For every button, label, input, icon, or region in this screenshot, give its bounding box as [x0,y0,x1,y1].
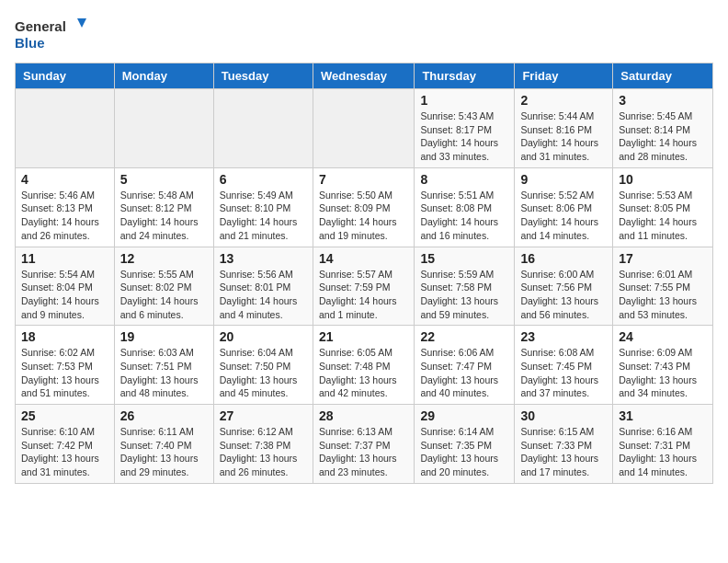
calendar-cell [16,89,115,168]
day-detail: Sunrise: 5:53 AM Sunset: 8:05 PM Dayligh… [619,189,707,243]
calendar-cell: 2Sunrise: 5:44 AM Sunset: 8:16 PM Daylig… [515,89,613,168]
calendar-table: SundayMondayTuesdayWednesdayThursdayFrid… [15,63,713,484]
svg-marker-0 [77,18,86,28]
calendar-cell: 20Sunrise: 6:04 AM Sunset: 7:50 PM Dayli… [213,326,313,405]
day-number: 3 [619,93,707,108]
logo-svg: GeneralBlue [15,15,97,52]
day-number: 4 [21,172,108,187]
calendar-cell: 13Sunrise: 5:56 AM Sunset: 8:01 PM Dayli… [213,247,313,326]
calendar-cell: 9Sunrise: 5:52 AM Sunset: 8:06 PM Daylig… [515,167,613,247]
day-number: 19 [120,329,208,344]
weekday-header-tuesday: Tuesday [213,63,313,89]
weekday-header-wednesday: Wednesday [313,63,414,89]
day-detail: Sunrise: 5:46 AM Sunset: 8:13 PM Dayligh… [21,189,108,243]
day-detail: Sunrise: 6:02 AM Sunset: 7:53 PM Dayligh… [21,346,108,400]
day-detail: Sunrise: 6:12 AM Sunset: 7:38 PM Dayligh… [220,425,307,479]
day-detail: Sunrise: 6:04 AM Sunset: 7:50 PM Dayligh… [220,346,307,400]
day-number: 10 [619,172,707,187]
day-number: 29 [420,408,508,423]
calendar-cell: 30Sunrise: 6:15 AM Sunset: 7:33 PM Dayli… [515,405,613,484]
day-detail: Sunrise: 6:01 AM Sunset: 7:55 PM Dayligh… [619,268,707,322]
day-detail: Sunrise: 6:13 AM Sunset: 7:37 PM Dayligh… [319,425,408,479]
day-number: 22 [420,329,508,344]
svg-text:Blue: Blue [15,35,45,51]
calendar-cell: 26Sunrise: 6:11 AM Sunset: 7:40 PM Dayli… [114,405,213,484]
day-detail: Sunrise: 5:57 AM Sunset: 7:59 PM Dayligh… [319,268,408,322]
calendar-cell: 11Sunrise: 5:54 AM Sunset: 8:04 PM Dayli… [16,247,115,326]
day-detail: Sunrise: 5:51 AM Sunset: 8:08 PM Dayligh… [420,189,508,243]
weekday-header-saturday: Saturday [613,63,713,89]
calendar-cell: 31Sunrise: 6:16 AM Sunset: 7:31 PM Dayli… [613,405,713,484]
day-detail: Sunrise: 5:56 AM Sunset: 8:01 PM Dayligh… [220,268,307,322]
calendar-week-row: 1Sunrise: 5:43 AM Sunset: 8:17 PM Daylig… [16,89,713,168]
day-number: 9 [520,172,607,187]
calendar-cell: 19Sunrise: 6:03 AM Sunset: 7:51 PM Dayli… [114,326,213,405]
calendar-cell: 7Sunrise: 5:50 AM Sunset: 8:09 PM Daylig… [313,167,414,247]
calendar-cell: 5Sunrise: 5:48 AM Sunset: 8:12 PM Daylig… [114,167,213,247]
day-detail: Sunrise: 5:52 AM Sunset: 8:06 PM Dayligh… [520,189,607,243]
calendar-cell: 22Sunrise: 6:06 AM Sunset: 7:47 PM Dayli… [415,326,515,405]
page-header: GeneralBlue [15,15,713,52]
calendar-week-row: 11Sunrise: 5:54 AM Sunset: 8:04 PM Dayli… [16,247,713,326]
day-number: 7 [319,172,408,187]
day-detail: Sunrise: 6:11 AM Sunset: 7:40 PM Dayligh… [120,425,208,479]
day-detail: Sunrise: 6:10 AM Sunset: 7:42 PM Dayligh… [21,425,108,479]
day-number: 21 [319,329,408,344]
day-detail: Sunrise: 5:54 AM Sunset: 8:04 PM Dayligh… [21,268,108,322]
day-detail: Sunrise: 6:05 AM Sunset: 7:48 PM Dayligh… [319,346,408,400]
day-detail: Sunrise: 5:59 AM Sunset: 7:58 PM Dayligh… [420,268,508,322]
calendar-cell: 6Sunrise: 5:49 AM Sunset: 8:10 PM Daylig… [213,167,313,247]
calendar-cell: 10Sunrise: 5:53 AM Sunset: 8:05 PM Dayli… [613,167,713,247]
day-detail: Sunrise: 6:03 AM Sunset: 7:51 PM Dayligh… [120,346,208,400]
day-number: 16 [520,251,607,266]
day-number: 31 [619,408,707,423]
day-number: 13 [220,251,307,266]
day-number: 15 [420,251,508,266]
logo: GeneralBlue [15,15,97,52]
weekday-header-monday: Monday [114,63,213,89]
day-detail: Sunrise: 6:06 AM Sunset: 7:47 PM Dayligh… [420,346,508,400]
day-detail: Sunrise: 5:43 AM Sunset: 8:17 PM Dayligh… [420,109,508,164]
day-number: 27 [220,408,307,423]
day-number: 30 [520,408,607,423]
calendar-cell: 27Sunrise: 6:12 AM Sunset: 7:38 PM Dayli… [213,405,313,484]
day-number: 20 [220,329,307,344]
day-number: 18 [21,329,108,344]
calendar-cell [313,89,414,168]
day-number: 11 [21,251,108,266]
calendar-cell: 14Sunrise: 5:57 AM Sunset: 7:59 PM Dayli… [313,247,414,326]
day-number: 12 [120,251,208,266]
day-detail: Sunrise: 5:48 AM Sunset: 8:12 PM Dayligh… [120,189,208,243]
calendar-week-row: 4Sunrise: 5:46 AM Sunset: 8:13 PM Daylig… [16,167,713,247]
day-number: 28 [319,408,408,423]
calendar-cell: 8Sunrise: 5:51 AM Sunset: 8:08 PM Daylig… [415,167,515,247]
calendar-cell [213,89,313,168]
svg-text:General: General [15,18,66,34]
calendar-cell: 1Sunrise: 5:43 AM Sunset: 8:17 PM Daylig… [415,89,515,168]
day-detail: Sunrise: 5:50 AM Sunset: 8:09 PM Dayligh… [319,189,408,243]
calendar-cell: 29Sunrise: 6:14 AM Sunset: 7:35 PM Dayli… [415,405,515,484]
day-detail: Sunrise: 6:09 AM Sunset: 7:43 PM Dayligh… [619,346,707,400]
calendar-cell: 24Sunrise: 6:09 AM Sunset: 7:43 PM Dayli… [613,326,713,405]
day-number: 5 [120,172,208,187]
day-number: 6 [220,172,307,187]
weekday-header-friday: Friday [515,63,613,89]
day-number: 8 [420,172,508,187]
day-detail: Sunrise: 5:44 AM Sunset: 8:16 PM Dayligh… [520,109,607,164]
calendar-cell: 3Sunrise: 5:45 AM Sunset: 8:14 PM Daylig… [613,89,713,168]
calendar-cell: 23Sunrise: 6:08 AM Sunset: 7:45 PM Dayli… [515,326,613,405]
calendar-cell: 28Sunrise: 6:13 AM Sunset: 7:37 PM Dayli… [313,405,414,484]
day-detail: Sunrise: 5:49 AM Sunset: 8:10 PM Dayligh… [220,189,307,243]
day-detail: Sunrise: 6:14 AM Sunset: 7:35 PM Dayligh… [420,425,508,479]
weekday-header-thursday: Thursday [415,63,515,89]
day-number: 26 [120,408,208,423]
calendar-cell: 25Sunrise: 6:10 AM Sunset: 7:42 PM Dayli… [16,405,115,484]
day-detail: Sunrise: 5:55 AM Sunset: 8:02 PM Dayligh… [120,268,208,322]
day-detail: Sunrise: 6:08 AM Sunset: 7:45 PM Dayligh… [520,346,607,400]
day-number: 17 [619,251,707,266]
day-detail: Sunrise: 6:15 AM Sunset: 7:33 PM Dayligh… [520,425,607,479]
day-detail: Sunrise: 6:00 AM Sunset: 7:56 PM Dayligh… [520,268,607,322]
calendar-cell: 16Sunrise: 6:00 AM Sunset: 7:56 PM Dayli… [515,247,613,326]
calendar-cell: 4Sunrise: 5:46 AM Sunset: 8:13 PM Daylig… [16,167,115,247]
day-number: 2 [520,93,607,108]
